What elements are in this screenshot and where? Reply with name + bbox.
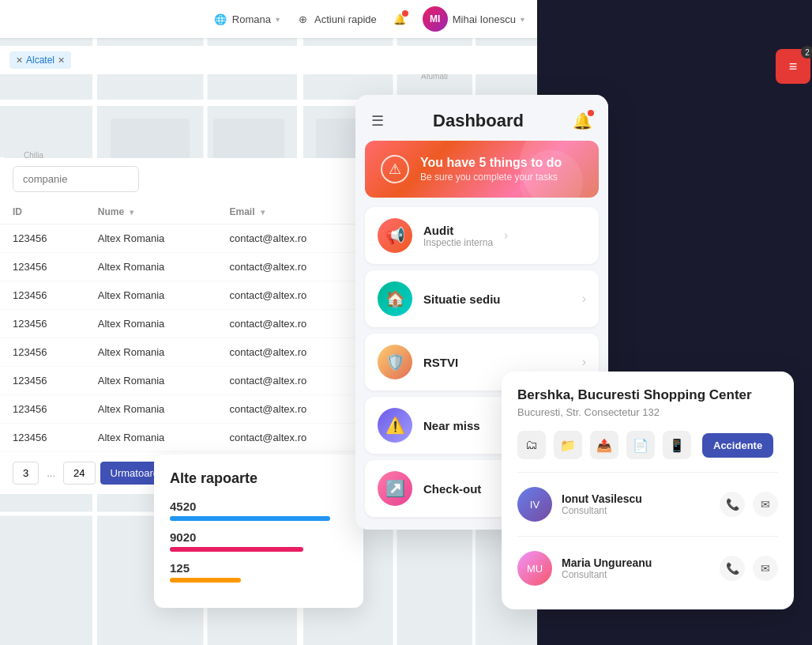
rstvi-chevron-icon: › (582, 355, 586, 369)
table-row[interactable]: 123456 Altex Romania contact@altex.ro (0, 310, 363, 338)
near-miss-icon-circle: ⚠️ (378, 408, 412, 443)
quick-actions-label: Actiuni rapide (314, 13, 377, 25)
user-menu[interactable]: MI Mihai Ionescu ▾ (423, 6, 524, 32)
language-selector[interactable]: 🌐 Romana ▾ (213, 12, 280, 26)
filter-float-button[interactable]: 2 ≡ (776, 49, 810, 84)
scan-icon-btn[interactable]: 📱 (663, 431, 691, 459)
tasks-banner[interactable]: ⚠ You have 5 things to do Be sure you co… (365, 141, 599, 198)
ionut-actions: 📞 ✉ (720, 492, 778, 517)
user-name: Mihai Ionescu (453, 13, 516, 25)
table-row[interactable]: 123456 Altex Romania contact@altex.ro (0, 395, 363, 424)
cell-email: contact@altex.ro (216, 224, 363, 253)
cell-email: contact@altex.ro (216, 424, 363, 452)
cell-email: contact@altex.ro (216, 395, 363, 424)
quick-actions[interactable]: ⊕ Actiuni rapide (295, 12, 377, 26)
table-row[interactable]: 123456 Altex Romania contact@altex.ro (0, 424, 363, 452)
audit-label: Audit (423, 224, 493, 237)
ionut-phone-btn[interactable]: 📞 (720, 492, 745, 517)
filter-lines-icon: ≡ (789, 58, 798, 75)
filter-tag-close[interactable]: ✕ (58, 55, 65, 66)
cell-id: 123456 (0, 224, 85, 253)
situatie-label: Situatie sediu (423, 292, 571, 306)
ionut-email-btn[interactable]: ✉ (753, 492, 778, 517)
cell-name: Altex Romania (85, 367, 217, 395)
situatie-chevron-icon: › (582, 292, 586, 306)
language-chevron: ▾ (276, 15, 280, 24)
folder-icon-btn[interactable]: 📁 (554, 431, 582, 459)
accidente-button[interactable]: Accidente (702, 433, 773, 458)
page-3-btn[interactable]: 3 (13, 462, 39, 485)
cell-email: contact@altex.ro (216, 367, 363, 395)
cell-id: 123456 (0, 338, 85, 367)
audit-sublabel: Inspectie interna (423, 237, 493, 248)
table-row[interactable]: 123456 Altex Romania contact@altex.ro (0, 367, 363, 395)
upload-icon: 📤 (596, 438, 612, 453)
companies-table: ID Nume ▾ Email ▾ 123456 Altex Romania c… (0, 200, 363, 452)
rapoarte-title: Alte rapoarte (170, 470, 348, 487)
location-address: Bucuresti, Str. Consectetur 132 (517, 406, 778, 418)
maria-actions: 📞 ✉ (720, 556, 778, 581)
menu-item-audit[interactable]: 📢 Audit Inspectie interna › (365, 207, 599, 264)
cell-id: 123456 (0, 310, 85, 338)
near-miss-icon: ⚠️ (385, 416, 405, 435)
audit-icon: 📢 (385, 226, 405, 245)
filter-tag-label: Alcatel (26, 55, 55, 66)
maria-phone-btn[interactable]: 📞 (720, 556, 745, 581)
globe-icon: 🌐 (213, 12, 227, 26)
location-name: Bershka, Bucuresti Shopping Center (517, 387, 778, 403)
warning-icon: ⚠ (381, 155, 409, 183)
page-24-btn[interactable]: 24 (63, 462, 95, 485)
user-chevron: ▾ (521, 15, 524, 24)
search-bar (0, 158, 363, 200)
cell-id: 123456 (0, 281, 85, 310)
cell-name: Altex Romania (85, 310, 217, 338)
audit-label-group: Audit Inspectie interna (423, 224, 493, 248)
remove-filter-x[interactable]: ✕ (16, 55, 23, 66)
audit-icon-circle: 📢 (378, 218, 412, 253)
rstvi-label: RSTVI (423, 356, 571, 369)
plus-circle-icon: ⊕ (295, 12, 310, 26)
dashboard-bell[interactable]: 🔔 (573, 111, 592, 130)
accidente-label: Accidente (713, 439, 762, 451)
col-header-id: ID (0, 200, 85, 224)
table-row[interactable]: 123456 Altex Romania contact@altex.ro (0, 253, 363, 281)
stat-value-2: 9020 (170, 530, 348, 544)
menu-item-situatie-sediu[interactable]: 🏠 Situatie sediu › (365, 270, 599, 327)
cell-email: contact@altex.ro (216, 253, 363, 281)
location-icons-row: 🗂 📁 📤 📄 📱 Accidente (517, 431, 778, 459)
cell-email: contact@altex.ro (216, 338, 363, 367)
rstvi-icon-circle: 🛡️ (378, 345, 412, 379)
col-header-email[interactable]: Email ▾ (216, 200, 363, 224)
email-sort-icon: ▾ (261, 208, 265, 217)
language-label: Romana (232, 13, 271, 25)
stat-bar-2 (170, 547, 303, 552)
dashboard-bell-dot (588, 110, 594, 116)
cell-id: 123456 (0, 424, 85, 452)
cell-name: Altex Romania (85, 424, 217, 452)
checkout-icon-circle: ↗️ (378, 471, 412, 506)
maria-avatar: MU (517, 551, 552, 586)
filter-tag-alcatel[interactable]: ✕ Alcatel ✕ (9, 51, 71, 69)
tasks-text: You have 5 things to do Be sure you comp… (420, 156, 562, 183)
situatie-icon: 🏠 (385, 289, 405, 308)
ionut-info: Ionut Vasilescu Consultant (562, 492, 710, 516)
table-row[interactable]: 123456 Altex Romania contact@altex.ro (0, 224, 363, 253)
maria-name: Maria Ungureanu (562, 556, 710, 569)
company-search-input[interactable] (13, 166, 139, 192)
upload-icon-btn[interactable]: 📤 (590, 431, 618, 459)
table-row[interactable]: 123456 Altex Romania contact@altex.ro (0, 281, 363, 310)
cell-email: contact@altex.ro (216, 281, 363, 310)
table-row[interactable]: 123456 Altex Romania contact@altex.ro (0, 338, 363, 367)
hamburger-menu-icon[interactable]: ☰ (371, 112, 384, 130)
file-icon-btn[interactable]: 📄 (626, 431, 655, 459)
notifications[interactable]: 🔔 (393, 12, 407, 26)
ionut-role: Consultant (562, 505, 710, 516)
col-header-name[interactable]: Nume ▾ (85, 200, 217, 224)
doc-icon-btn[interactable]: 🗂 (517, 431, 546, 459)
cell-name: Altex Romania (85, 395, 217, 424)
dashboard-header: ☰ Dashboard 🔔 (355, 95, 608, 141)
cell-name: Altex Romania (85, 281, 217, 310)
checkout-icon: ↗️ (385, 479, 405, 498)
person-row-ionut: IV Ionut Vasilescu Consultant 📞 ✉ (517, 479, 778, 530)
maria-email-btn[interactable]: ✉ (753, 556, 778, 581)
